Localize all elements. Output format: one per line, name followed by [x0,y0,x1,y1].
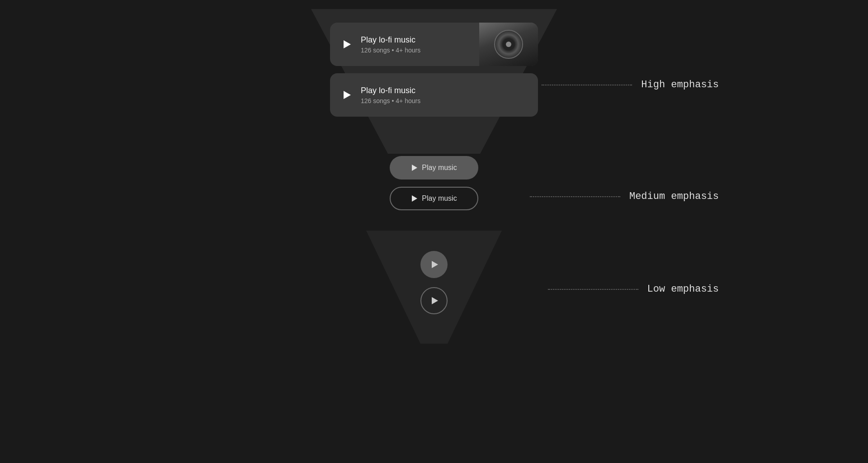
medium-button-outlined-label: Play music [422,194,457,203]
low-button-filled[interactable] [420,251,448,278]
card-text-2: Play lo-fi music 126 songs • 4+ hours [355,85,538,104]
dotted-line-high [542,85,632,85]
medium-button-filled-label: Play music [422,164,457,172]
low-button-outlined[interactable] [420,287,448,314]
low-emphasis-label: Low emphasis [647,283,719,295]
medium-emphasis-label: Medium emphasis [629,191,719,202]
play-btn-area-1 [330,40,355,48]
card-title-2: Play lo-fi music [361,85,533,96]
card-subtitle-1: 126 songs • 4+ hours [361,47,474,54]
high-card-with-image[interactable]: Play lo-fi music 126 songs • 4+ hours [330,23,538,66]
card-title-1: Play lo-fi music [361,35,474,45]
play-icon-1 [344,40,351,48]
section-high: Play lo-fi music 126 songs • 4+ hours Pl… [321,23,547,117]
label-medium-area: Medium emphasis [530,191,719,202]
dotted-line-medium [530,196,620,197]
section-medium: Play music Play music [366,156,502,210]
high-card-no-image[interactable]: Play lo-fi music 126 songs • 4+ hours [330,73,538,117]
play-btn-area-2 [330,91,355,99]
play-icon-circle-outlined [432,297,438,304]
card-subtitle-2: 126 songs • 4+ hours [361,97,533,104]
play-icon-circle-filled [432,261,438,268]
medium-button-outlined[interactable]: Play music [390,187,478,210]
label-low-area: Low emphasis [548,283,719,295]
card-text-1: Play lo-fi music 126 songs • 4+ hours [355,35,479,53]
dotted-line-low [548,289,638,290]
play-icon-2 [344,91,351,99]
section-low [389,251,479,314]
card-thumbnail [479,23,538,66]
label-high-area: High emphasis [542,79,719,90]
main-container: Play lo-fi music 126 songs • 4+ hours Pl… [0,0,868,463]
play-icon-pill-filled [412,165,417,171]
turntable-image [479,23,538,66]
high-emphasis-label: High emphasis [641,79,719,90]
play-icon-pill-outlined [412,195,417,202]
medium-button-filled[interactable]: Play music [390,156,478,180]
